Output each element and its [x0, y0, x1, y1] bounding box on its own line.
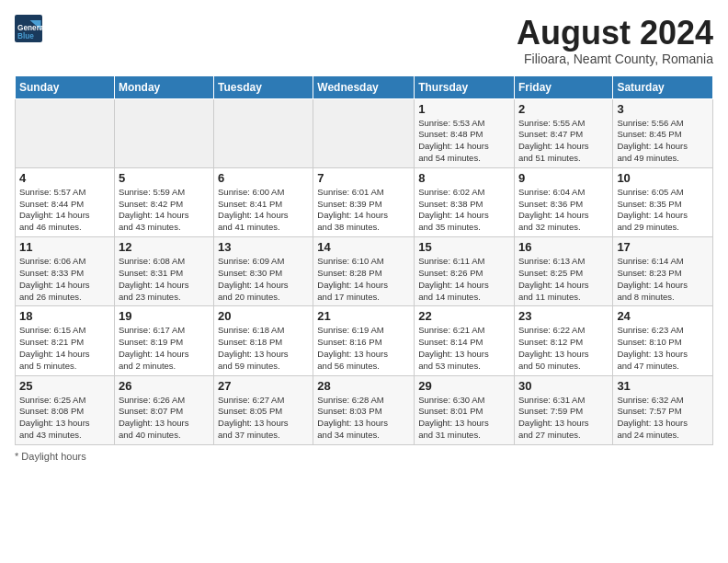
day-info: Sunrise: 6:09 AM Sunset: 8:30 PM Dayligh…: [218, 256, 309, 303]
day-info: Sunrise: 6:10 AM Sunset: 8:28 PM Dayligh…: [317, 256, 410, 303]
location: Filioara, Neamt County, Romania: [517, 52, 713, 66]
day-number: 7: [317, 171, 410, 185]
title-area: August 2024 Filioara, Neamt County, Roma…: [517, 15, 713, 66]
calendar-cell: 16Sunrise: 6:13 AM Sunset: 8:25 PM Dayli…: [514, 237, 612, 306]
calendar-cell: 10Sunrise: 6:05 AM Sunset: 8:35 PM Dayli…: [613, 167, 713, 236]
day-number: 30: [518, 379, 609, 393]
day-info: Sunrise: 6:27 AM Sunset: 8:05 PM Dayligh…: [218, 395, 309, 442]
day-info: Sunrise: 6:15 AM Sunset: 8:21 PM Dayligh…: [19, 325, 110, 372]
day-number: 6: [218, 171, 309, 185]
day-number: 21: [317, 309, 410, 323]
day-info: Sunrise: 6:19 AM Sunset: 8:16 PM Dayligh…: [317, 325, 410, 372]
day-number: 8: [418, 171, 510, 185]
month-year: August 2024: [517, 15, 713, 52]
logo: General Blue: [15, 15, 46, 42]
svg-text:General: General: [17, 24, 42, 32]
day-number: 27: [218, 379, 309, 393]
day-info: Sunrise: 6:25 AM Sunset: 8:08 PM Dayligh…: [19, 395, 110, 442]
day-number: 3: [617, 102, 709, 116]
logo-icon: General Blue: [15, 15, 42, 42]
calendar-cell: 25Sunrise: 6:25 AM Sunset: 8:08 PM Dayli…: [16, 375, 115, 444]
day-number: 15: [418, 240, 510, 254]
calendar-table: Sunday Monday Tuesday Wednesday Thursday…: [15, 75, 713, 445]
col-friday: Friday: [514, 75, 612, 98]
day-number: 19: [119, 309, 210, 323]
calendar-week-1: 1Sunrise: 5:53 AM Sunset: 8:48 PM Daylig…: [16, 98, 713, 167]
col-sunday: Sunday: [16, 75, 115, 98]
calendar-cell: 4Sunrise: 5:57 AM Sunset: 8:44 PM Daylig…: [16, 167, 115, 236]
day-info: Sunrise: 6:08 AM Sunset: 8:31 PM Dayligh…: [119, 256, 210, 303]
day-info: Sunrise: 6:18 AM Sunset: 8:18 PM Dayligh…: [218, 325, 309, 372]
calendar-cell: 28Sunrise: 6:28 AM Sunset: 8:03 PM Dayli…: [313, 375, 415, 444]
day-number: 13: [218, 240, 309, 254]
calendar-cell: 27Sunrise: 6:27 AM Sunset: 8:05 PM Dayli…: [214, 375, 313, 444]
day-number: 18: [19, 309, 110, 323]
day-number: 11: [19, 240, 110, 254]
calendar-cell: 20Sunrise: 6:18 AM Sunset: 8:18 PM Dayli…: [214, 306, 313, 375]
day-number: 24: [617, 309, 709, 323]
calendar-cell: 3Sunrise: 5:56 AM Sunset: 8:45 PM Daylig…: [613, 98, 713, 167]
day-number: 26: [119, 379, 210, 393]
day-info: Sunrise: 6:17 AM Sunset: 8:19 PM Dayligh…: [119, 325, 210, 372]
day-number: 28: [317, 379, 410, 393]
day-number: 29: [418, 379, 510, 393]
header: General Blue August 2024 Filioara, Neamt…: [15, 15, 713, 66]
calendar-cell: 1Sunrise: 5:53 AM Sunset: 8:48 PM Daylig…: [415, 98, 515, 167]
calendar-week-2: 4Sunrise: 5:57 AM Sunset: 8:44 PM Daylig…: [16, 167, 713, 236]
calendar-cell: 19Sunrise: 6:17 AM Sunset: 8:19 PM Dayli…: [114, 306, 213, 375]
calendar-cell: 21Sunrise: 6:19 AM Sunset: 8:16 PM Dayli…: [313, 306, 415, 375]
day-info: Sunrise: 6:11 AM Sunset: 8:26 PM Dayligh…: [418, 256, 510, 303]
day-number: 4: [19, 171, 110, 185]
day-info: Sunrise: 6:32 AM Sunset: 7:57 PM Dayligh…: [617, 395, 709, 442]
calendar-cell: 22Sunrise: 6:21 AM Sunset: 8:14 PM Dayli…: [415, 306, 515, 375]
calendar-cell: 13Sunrise: 6:09 AM Sunset: 8:30 PM Dayli…: [214, 237, 313, 306]
calendar-cell: 12Sunrise: 6:08 AM Sunset: 8:31 PM Dayli…: [114, 237, 213, 306]
calendar-cell: 8Sunrise: 6:02 AM Sunset: 8:38 PM Daylig…: [415, 167, 515, 236]
day-number: 20: [218, 309, 309, 323]
calendar-cell: 17Sunrise: 6:14 AM Sunset: 8:23 PM Dayli…: [613, 237, 713, 306]
footer-note-text: Daylight hours: [21, 451, 85, 462]
day-info: Sunrise: 6:01 AM Sunset: 8:39 PM Dayligh…: [317, 187, 410, 234]
day-info: Sunrise: 6:31 AM Sunset: 7:59 PM Dayligh…: [518, 395, 609, 442]
col-tuesday: Tuesday: [214, 75, 313, 98]
col-wednesday: Wednesday: [313, 75, 415, 98]
day-info: Sunrise: 5:55 AM Sunset: 8:47 PM Dayligh…: [518, 118, 609, 165]
calendar-cell: [214, 98, 313, 167]
calendar-cell: 6Sunrise: 6:00 AM Sunset: 8:41 PM Daylig…: [214, 167, 313, 236]
day-info: Sunrise: 6:23 AM Sunset: 8:10 PM Dayligh…: [617, 325, 709, 372]
col-monday: Monday: [114, 75, 213, 98]
calendar-cell: 18Sunrise: 6:15 AM Sunset: 8:21 PM Dayli…: [16, 306, 115, 375]
day-number: 5: [119, 171, 210, 185]
day-info: Sunrise: 6:06 AM Sunset: 8:33 PM Dayligh…: [19, 256, 110, 303]
calendar-cell: 23Sunrise: 6:22 AM Sunset: 8:12 PM Dayli…: [514, 306, 612, 375]
col-thursday: Thursday: [415, 75, 515, 98]
calendar-cell: 5Sunrise: 5:59 AM Sunset: 8:42 PM Daylig…: [114, 167, 213, 236]
day-info: Sunrise: 5:53 AM Sunset: 8:48 PM Dayligh…: [418, 118, 510, 165]
day-number: 17: [617, 240, 709, 254]
day-number: 22: [418, 309, 510, 323]
day-number: 25: [19, 379, 110, 393]
day-number: 10: [617, 171, 709, 185]
calendar-cell: 29Sunrise: 6:30 AM Sunset: 8:01 PM Dayli…: [415, 375, 515, 444]
svg-text:Blue: Blue: [17, 32, 34, 40]
day-number: 14: [317, 240, 410, 254]
calendar-week-5: 25Sunrise: 6:25 AM Sunset: 8:08 PM Dayli…: [16, 375, 713, 444]
day-number: 9: [518, 171, 609, 185]
day-info: Sunrise: 6:14 AM Sunset: 8:23 PM Dayligh…: [617, 256, 709, 303]
calendar-cell: 15Sunrise: 6:11 AM Sunset: 8:26 PM Dayli…: [415, 237, 515, 306]
day-info: Sunrise: 6:05 AM Sunset: 8:35 PM Dayligh…: [617, 187, 709, 234]
day-info: Sunrise: 5:57 AM Sunset: 8:44 PM Dayligh…: [19, 187, 110, 234]
day-info: Sunrise: 6:22 AM Sunset: 8:12 PM Dayligh…: [518, 325, 609, 372]
calendar-cell: [313, 98, 415, 167]
page: General Blue August 2024 Filioara, Neamt…: [0, 0, 728, 563]
calendar-week-3: 11Sunrise: 6:06 AM Sunset: 8:33 PM Dayli…: [16, 237, 713, 306]
day-number: 12: [119, 240, 210, 254]
calendar-cell: 9Sunrise: 6:04 AM Sunset: 8:36 PM Daylig…: [514, 167, 612, 236]
calendar-header-row: Sunday Monday Tuesday Wednesday Thursday…: [16, 75, 713, 98]
day-info: Sunrise: 6:02 AM Sunset: 8:38 PM Dayligh…: [418, 187, 510, 234]
day-number: 16: [518, 240, 609, 254]
day-info: Sunrise: 5:59 AM Sunset: 8:42 PM Dayligh…: [119, 187, 210, 234]
day-info: Sunrise: 6:00 AM Sunset: 8:41 PM Dayligh…: [218, 187, 309, 234]
calendar-cell: [114, 98, 213, 167]
calendar-cell: 14Sunrise: 6:10 AM Sunset: 8:28 PM Dayli…: [313, 237, 415, 306]
